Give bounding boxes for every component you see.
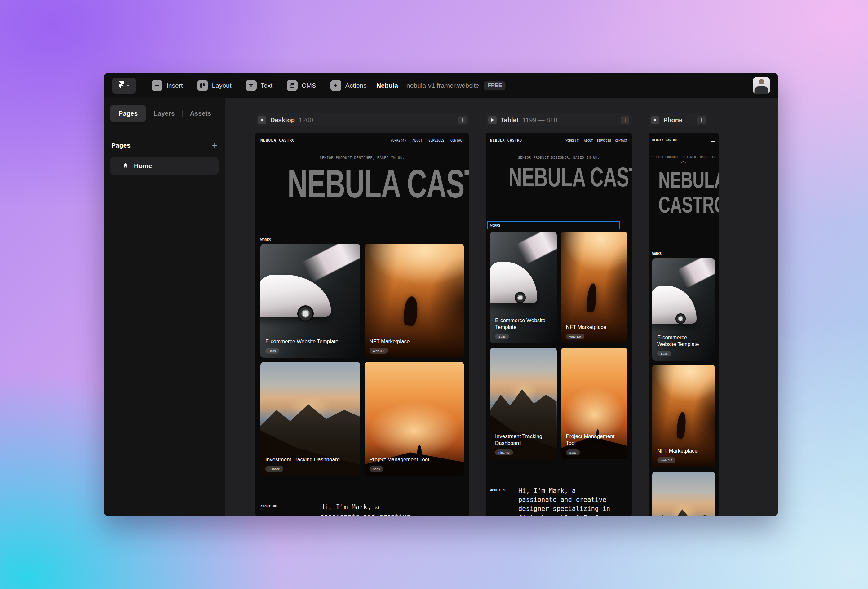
avatar-head	[759, 79, 764, 84]
work-card-ecommerce[interactable]: E-commerce Website Template Saas	[490, 232, 557, 344]
tab-assets[interactable]: Assets	[183, 105, 218, 122]
work-card-investment[interactable]: Investment Tracking Dashboard Finance	[260, 362, 360, 476]
plan-badge[interactable]: FREE	[484, 81, 506, 90]
cms-button[interactable]: CMS	[287, 80, 316, 91]
card-badge: Web 3.0	[657, 457, 676, 463]
project-domain[interactable]: nebula-v1.framer.website	[406, 82, 479, 89]
frame-header-tablet[interactable]: Tablet 1199 — 810 +	[486, 114, 632, 127]
card-badge: Saas	[369, 466, 384, 472]
card-overlay: E-commerce Website Template Saas	[657, 334, 710, 356]
sidebar-divider	[104, 130, 225, 130]
insert-button[interactable]: Insert	[152, 80, 183, 91]
about-section: ABOUT ME Hi, I'm Mark, a passionate and …	[260, 502, 464, 516]
frame-phone[interactable]: NEBULA CASTRO SENIOR PRODUCT DESIGNER, B…	[648, 133, 719, 516]
nav-link-works[interactable]: WORKS(4)	[391, 139, 406, 142]
about-section: ABOUT ME Hi, I'm Mark, a passionate and …	[490, 486, 627, 516]
play-icon	[654, 118, 657, 121]
add-breakpoint-button[interactable]: +	[697, 116, 706, 124]
preview-play-button[interactable]	[488, 116, 497, 124]
frame-header-desktop[interactable]: Desktop 1200 +	[255, 114, 469, 127]
about-label[interactable]: ABOUT ME	[490, 488, 518, 492]
frame-header-phone[interactable]: Phone +	[648, 114, 708, 127]
card-title: E-commerce Website Template	[265, 338, 348, 345]
about-text[interactable]: Hi, I'm Mark, a passionate and creative	[320, 502, 464, 516]
about-label[interactable]: ABOUT ME	[260, 504, 320, 508]
nav-link-about[interactable]: ABOUT	[584, 139, 593, 142]
frame-name[interactable]: Desktop	[270, 117, 295, 124]
card-overlay: E-commerce Website Template Saas	[265, 338, 356, 354]
work-card-ecommerce[interactable]: E-commerce Website Template Saas	[260, 244, 360, 358]
decor-road-stripe	[677, 258, 715, 288]
works-label-selected[interactable]: WORKS	[490, 223, 500, 227]
card-badge: Web 3.0	[369, 348, 388, 354]
nav-link-services[interactable]: SERVICES	[428, 139, 444, 142]
avatar-body	[754, 86, 769, 94]
frame-desktop[interactable]: NEBULA CASTRO WORKS(4) ABOUT SERVICES CO…	[255, 133, 469, 516]
preview-play-button[interactable]	[651, 116, 659, 124]
work-card-nft[interactable]: NFT Marketplace Web 3.0	[561, 232, 628, 344]
card-title: Project Management Tool	[369, 456, 453, 463]
sidebar-item-home[interactable]: Home	[110, 157, 218, 174]
site-subtitle[interactable]: SENIOR PRODUCT DESIGNER, BASED IN UK.	[486, 156, 632, 159]
design-canvas[interactable]: Desktop 1200 + NEBULA CASTRO WORKS(4) AB…	[225, 98, 778, 516]
tab-layers[interactable]: Layers	[146, 105, 182, 122]
site-brand[interactable]: NEBULA CASTRO	[652, 139, 677, 142]
text-label: Text	[261, 82, 273, 89]
framer-menu-button[interactable]	[112, 78, 136, 94]
nav-link-about[interactable]: ABOUT	[413, 139, 422, 142]
pages-section-title: Pages	[111, 142, 130, 149]
layout-button[interactable]: Layout	[197, 80, 232, 91]
works-label[interactable]: WORKS	[260, 238, 271, 242]
actions-label: Actions	[345, 82, 367, 89]
decor-car-wheel	[515, 292, 526, 303]
works-grid: E-commerce Website Template Saas NFT Mar…	[260, 244, 464, 476]
hamburger-menu-icon[interactable]	[712, 139, 715, 142]
work-card-project[interactable]: Project Management Tool Saas	[561, 348, 628, 459]
card-badge: Saas	[566, 450, 580, 455]
tab-pages[interactable]: Pages	[110, 105, 146, 122]
actions-button[interactable]: Actions	[331, 80, 367, 91]
work-card-investment[interactable]: Investment Tracking Dashboard Finance	[490, 348, 557, 459]
site-brand[interactable]: NEBULA CASTRO	[490, 138, 522, 143]
nav-link-contact[interactable]: CONTACT	[615, 139, 627, 142]
preview-play-button[interactable]	[258, 116, 266, 124]
card-title: E-commerce Website Template	[495, 317, 548, 331]
add-breakpoint-button[interactable]: +	[621, 116, 629, 124]
nav-link-contact[interactable]: CONTACT	[450, 139, 464, 142]
works-label[interactable]: WORKS	[652, 252, 661, 255]
work-card-investment[interactable]: Investment Tracking Dashboard Finance	[652, 471, 715, 516]
about-line: fintech, web3, & SaaS	[518, 513, 627, 516]
user-avatar[interactable]	[753, 77, 770, 94]
site-nav-links: WORKS(4) ABOUT SERVICES CONTACT	[566, 139, 627, 142]
work-card-nft[interactable]: NFT Marketplace Web 3.0	[365, 244, 464, 358]
add-breakpoint-button[interactable]: +	[458, 116, 466, 124]
actions-bolt-icon	[331, 80, 341, 91]
work-card-nft[interactable]: NFT Marketplace Web 3.0	[652, 365, 715, 467]
text-button[interactable]: Text	[246, 80, 273, 91]
project-name[interactable]: Nebula	[376, 82, 398, 89]
frame-name[interactable]: Tablet	[500, 117, 518, 124]
site-subtitle[interactable]: SENIOR PRODUCT DESIGNER, BASED IN UK.	[255, 156, 469, 160]
card-overlay: NFT Marketplace Web 3.0	[657, 448, 710, 463]
selection-outline[interactable]: WORKS	[487, 221, 620, 229]
work-card-ecommerce[interactable]: E-commerce Website Template Saas	[652, 258, 715, 360]
project-separator: ·	[401, 82, 403, 89]
card-overlay: NFT Marketplace Web 3.0	[566, 324, 623, 340]
site-subtitle[interactable]: SENIOR PRODUCT DESIGNER, BASED IN UK.	[648, 155, 719, 164]
nav-link-works[interactable]: WORKS(4)	[566, 139, 580, 142]
about-line: designer specializing in	[518, 504, 627, 513]
site-hero-title[interactable]: NEBULA CASTRO	[508, 163, 609, 190]
site-hero-title[interactable]: NEBULA CASTRO	[287, 164, 437, 204]
insert-plus-icon	[152, 80, 162, 91]
frame-tablet[interactable]: NEBULA CASTRO WORKS(4) ABOUT SERVICES CO…	[486, 133, 632, 516]
site-hero-title[interactable]: NEBULA CASTRO	[658, 168, 709, 217]
work-card-project[interactable]: Project Management Tool Saas	[365, 362, 464, 476]
frame-name[interactable]: Phone	[663, 117, 682, 124]
site-brand[interactable]: NEBULA CASTRO	[260, 138, 295, 143]
about-text[interactable]: Hi, I'm Mark, a passionate and creative …	[518, 486, 627, 516]
works-stack: E-commerce Website Template Saas NFT Mar…	[652, 258, 715, 516]
nav-link-services[interactable]: SERVICES	[597, 139, 611, 142]
add-page-button[interactable]: +	[212, 142, 217, 149]
card-title: NFT Marketplace	[657, 448, 706, 455]
card-overlay: Project Management Tool Saas	[566, 433, 623, 455]
